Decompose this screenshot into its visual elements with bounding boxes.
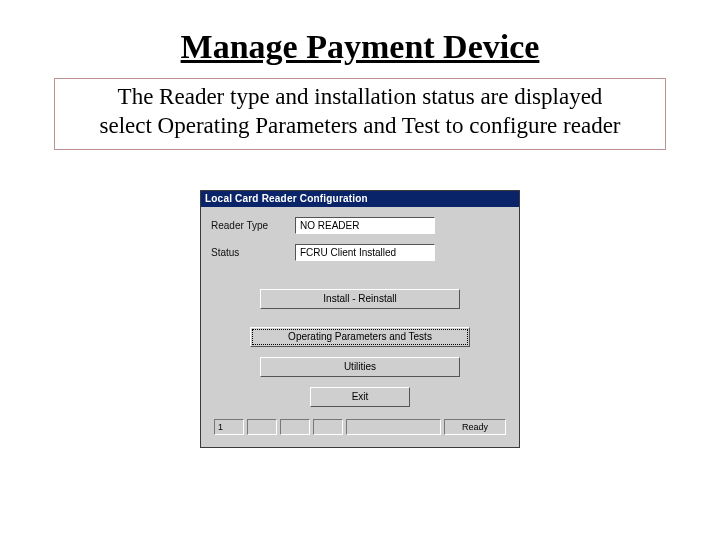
- page-title: Manage Payment Device: [0, 28, 720, 66]
- row-install: Install - Reinstall: [211, 289, 509, 309]
- description-line-1: The Reader type and installation status …: [61, 83, 659, 112]
- label-reader-type: Reader Type: [211, 220, 295, 231]
- row-reader-type: Reader Type NO READER: [211, 217, 509, 234]
- row-ops: Operating Parameters and Tests: [211, 327, 509, 347]
- utilities-button[interactable]: Utilities: [260, 357, 460, 377]
- config-dialog: Local Card Reader Configuration Reader T…: [200, 190, 520, 448]
- spacer: [211, 309, 509, 319]
- field-reader-type[interactable]: NO READER: [295, 217, 435, 234]
- description-box: The Reader type and installation status …: [54, 78, 666, 150]
- spacer: [211, 271, 509, 281]
- install-button[interactable]: Install - Reinstall: [260, 289, 460, 309]
- status-panel-3: [280, 419, 310, 435]
- status-panel-spacer: [346, 419, 441, 435]
- row-utilities: Utilities: [211, 357, 509, 377]
- field-status[interactable]: FCRU Client Installed: [295, 244, 435, 261]
- slide: Manage Payment Device The Reader type an…: [0, 0, 720, 540]
- status-panel-2: [247, 419, 277, 435]
- label-status: Status: [211, 247, 295, 258]
- description-line-2: select Operating Parameters and Test to …: [61, 112, 659, 141]
- dialog-title: Local Card Reader Configuration: [205, 193, 368, 204]
- dialog-titlebar: Local Card Reader Configuration: [201, 191, 519, 207]
- status-bar: 1 Ready: [211, 419, 509, 439]
- row-exit: Exit: [211, 387, 509, 407]
- exit-button[interactable]: Exit: [310, 387, 410, 407]
- row-status: Status FCRU Client Installed: [211, 244, 509, 261]
- operating-parameters-button[interactable]: Operating Parameters and Tests: [250, 327, 470, 347]
- dialog-body: Reader Type NO READER Status FCRU Client…: [201, 207, 519, 447]
- dialog-screenshot: Local Card Reader Configuration Reader T…: [200, 190, 520, 448]
- status-panel-4: [313, 419, 343, 435]
- status-panel-ready: Ready: [444, 419, 506, 435]
- status-panel-1: 1: [214, 419, 244, 435]
